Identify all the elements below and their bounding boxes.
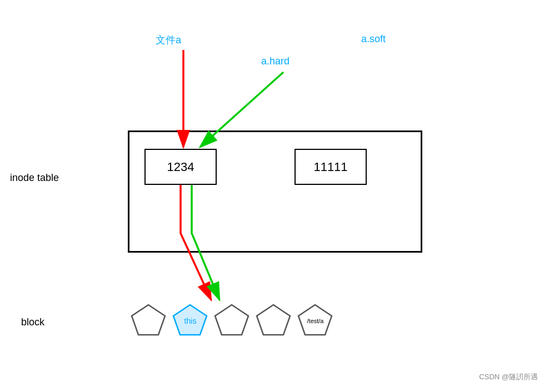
pentagon-test-a: /test/a xyxy=(297,303,333,339)
pentagon-this: this xyxy=(172,303,208,339)
pentagon-4 xyxy=(256,303,292,339)
svg-marker-3 xyxy=(257,305,290,335)
label-block: block xyxy=(21,316,44,328)
block-row: this /test/a xyxy=(131,303,333,339)
pentagon-1 xyxy=(131,303,167,339)
pentagon-3 xyxy=(214,303,250,339)
diagram-container: 文件a a.hard a.soft inode table block 1234… xyxy=(0,0,549,392)
inode-box-1234: 1234 xyxy=(144,149,217,185)
svg-marker-0 xyxy=(132,305,165,335)
label-inode-table: inode table xyxy=(10,172,59,184)
svg-marker-2 xyxy=(215,305,248,335)
label-a-hard: a.hard xyxy=(261,56,290,67)
inode-box-11111: 11111 xyxy=(295,149,367,185)
watermark: CSDN @隧訒所遇 xyxy=(479,372,538,382)
label-a-soft: a.soft xyxy=(361,33,386,45)
label-file-a: 文件a xyxy=(156,33,181,47)
